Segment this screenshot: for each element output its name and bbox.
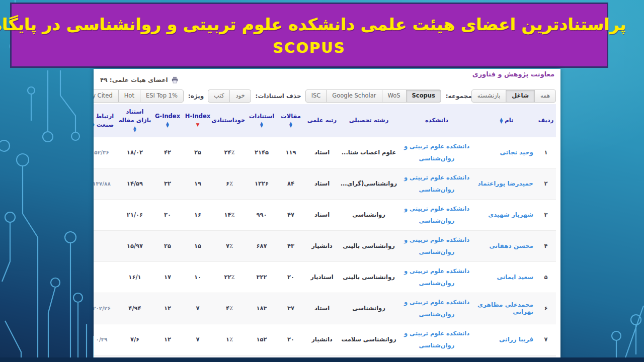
column-header-gindex[interactable]: G-Index▲▼ xyxy=(152,104,183,137)
column-label: خوداستنادی xyxy=(211,117,245,124)
table-row: ۱وحید نجاتیدانشکده علوم تربیتی و روان‌شن… xyxy=(94,137,556,168)
name-link[interactable]: سعید ایمانی xyxy=(497,274,533,281)
cell-articles: ۴۳ xyxy=(277,230,304,261)
cell-cpp: ۱۸/۰۲ xyxy=(117,137,152,168)
exclude-button-group: خودکتب xyxy=(208,89,251,103)
cell-cpp: ۱۵/۹۷ xyxy=(117,230,152,261)
cell-gindex: ۱۲ xyxy=(152,293,183,324)
faculty-link[interactable]: دانشکده علوم تربیتی و روان‌شناسی xyxy=(399,140,474,165)
cell-field: علوم اعصاب شنا... xyxy=(340,137,398,168)
filter-button-esi-top-1[interactable]: ESI Top 1% xyxy=(140,89,184,103)
banner-title: پراستنادترین اعضای هیئت علمی دانشکده علو… xyxy=(0,14,626,35)
cell-rank: استاد xyxy=(304,199,340,230)
name-link[interactable]: حمیدرضا پوراعتماد xyxy=(477,180,533,187)
faculty-count: اعضای هیات علمی: ۴۹ xyxy=(100,76,179,83)
cell-gindex: ۱۷ xyxy=(152,261,183,293)
name-link[interactable]: فریبا زرانی xyxy=(499,336,533,343)
name-link[interactable]: محسن دهقانی xyxy=(489,242,533,249)
faculty-link[interactable]: دانشکده علوم تربیتی و روان‌شناسی xyxy=(399,234,474,258)
sort-icon[interactable]: ▲▼ xyxy=(260,122,263,128)
name-link[interactable]: وحید نجاتی xyxy=(500,149,533,156)
filter-button-highly-cited[interactable]: Highly Cited xyxy=(94,89,119,103)
name-link[interactable]: محمدعلی مظاهری تهرانی xyxy=(477,301,533,315)
cell-articles: ۱۱۹ xyxy=(277,137,304,168)
cell-name: سعید ایمانی xyxy=(475,261,536,293)
name-link[interactable]: شهریار شهیدی xyxy=(488,211,533,218)
cell-selfcite: ۱٪ xyxy=(213,324,246,355)
cell-gindex: ۳۰ xyxy=(152,199,183,230)
cell-faculty: دانشکده علوم تربیتی و روان‌شناسی xyxy=(398,137,475,168)
sort-desc-icon[interactable]: ▼ xyxy=(196,123,200,127)
cell-selfcite: ۱۴٪ xyxy=(213,199,246,230)
cell-hindex: ۷ xyxy=(183,324,213,355)
cell-row: ۴ xyxy=(536,230,556,261)
filter-button-self[interactable]: خود xyxy=(229,89,251,103)
cell-row: ۵ xyxy=(536,261,556,293)
faculty-count-label: اعضای هیات علمی: ۴۹ xyxy=(100,76,168,83)
filter-button-hot[interactable]: Hot xyxy=(118,89,140,103)
column-header-row: ردیف xyxy=(536,104,556,137)
filter-button-isc[interactable]: ISC xyxy=(305,89,327,103)
cell-gindex: ۳۲ xyxy=(152,168,183,199)
cell-row: ۲ xyxy=(536,168,556,199)
sort-icon[interactable]: ▲▼ xyxy=(500,118,503,124)
sort-icon[interactable]: ▲▼ xyxy=(166,122,169,128)
table-row: ۳شهریار شهیدیدانشکده علوم تربیتی و روان‌… xyxy=(94,199,556,230)
cell-field: روانشناسی سلامت xyxy=(340,324,398,355)
filter-button-google-scholar[interactable]: Google Scholar xyxy=(326,89,382,103)
table-row: ۵سعید ایمانیدانشکده علوم تربیتی و روان‌ش… xyxy=(94,261,556,293)
column-header-industry[interactable]: ارتباط با صنعت▲▼ xyxy=(94,104,117,137)
cell-citations: ۱۲۲۶ xyxy=(246,168,277,199)
cell-faculty: دانشکده علوم تربیتی و روان‌شناسی xyxy=(398,324,475,355)
cell-name: شهریار شهیدی xyxy=(475,199,536,230)
column-header-citations[interactable]: استنادات▲▼ xyxy=(246,104,277,137)
table-row: ۲حمیدرضا پوراعتماددانشکده علوم تربیتی و … xyxy=(94,168,556,199)
column-label: رشته تحصیلی xyxy=(349,117,389,124)
column-header-name[interactable]: نام▲▼ xyxy=(475,104,536,137)
cell-industry xyxy=(94,261,117,293)
cell-cpp: ۴/۹۴ xyxy=(117,293,152,324)
column-header-field: رشته تحصیلی xyxy=(340,104,398,137)
column-header-articles[interactable]: مقالات▲▼ xyxy=(277,104,304,137)
sort-icon[interactable]: ▲▼ xyxy=(94,122,95,128)
faculty-link[interactable]: دانشکده علوم تربیتی و روان‌شناسی xyxy=(399,171,474,196)
filter-toolbar: همهشاغلبازنشسته مجموعه: ScopusWoSGoogle … xyxy=(98,88,556,104)
filter-button-books[interactable]: کتب xyxy=(208,89,230,103)
cell-articles: ۴۷ xyxy=(277,199,304,230)
sort-icon[interactable]: ▲▼ xyxy=(289,122,292,128)
cell-industry: ۲۰۲/۲۶ xyxy=(94,293,117,324)
cell-hindex: ۷ xyxy=(183,293,213,324)
cell-hindex: ۲۵ xyxy=(183,137,213,168)
filter-button-active[interactable]: شاغل xyxy=(506,89,535,103)
faculty-link[interactable]: دانشکده علوم تربیتی و روان‌شناسی xyxy=(399,203,474,227)
sort-icon[interactable]: ▲▼ xyxy=(133,126,136,132)
cell-faculty: دانشکده علوم تربیتی و روان‌شناسی xyxy=(398,168,475,199)
cell-selfcite: ۲۲٪ xyxy=(213,261,246,293)
faculty-link[interactable]: دانشکده علوم تربیتی و روان‌شناسی xyxy=(399,296,474,321)
cell-faculty: دانشکده علوم تربیتی و روان‌شناسی xyxy=(398,293,475,324)
cell-citations: ۱۸۳ xyxy=(246,293,277,324)
filter-button-scopus[interactable]: Scopus xyxy=(406,89,441,103)
banner-subtitle: SCOPUS xyxy=(273,39,346,56)
collection-label: مجموعه: xyxy=(446,93,472,100)
collection-button-group: ScopusWoSGoogle ScholarISC xyxy=(306,89,441,103)
filter-button-retired[interactable]: بازنشسته xyxy=(471,89,507,103)
cell-rank: استاد xyxy=(304,293,340,324)
cell-rank: دانشیار xyxy=(304,324,340,355)
column-header-cpp[interactable]: استناد بازای مقاله▲▼ xyxy=(117,104,152,137)
cell-cpp: ۷/۶ xyxy=(117,324,152,355)
filter-button-all[interactable]: همه xyxy=(534,89,556,103)
cell-rank: استاد xyxy=(304,168,340,199)
cell-row: ۳ xyxy=(536,199,556,230)
printer-icon[interactable] xyxy=(171,76,179,83)
cell-gindex: ۴۲ xyxy=(152,137,183,168)
faculty-link[interactable]: دانشکده علوم تربیتی و روان‌شناسی xyxy=(399,327,474,352)
cell-name: محسن دهقانی xyxy=(475,230,536,261)
faculty-link[interactable]: دانشکده علوم تربیتی و روان‌شناسی xyxy=(399,265,474,290)
cell-industry xyxy=(94,199,117,230)
cell-row: ۶ xyxy=(536,293,556,324)
special-button-group: ESI Top 1%HotHighly Cited xyxy=(94,89,184,103)
cell-selfcite: ۶٪ xyxy=(213,168,246,199)
filter-button-wos[interactable]: WoS xyxy=(382,89,407,103)
column-header-hindex[interactable]: H-Index▼ xyxy=(183,104,213,137)
